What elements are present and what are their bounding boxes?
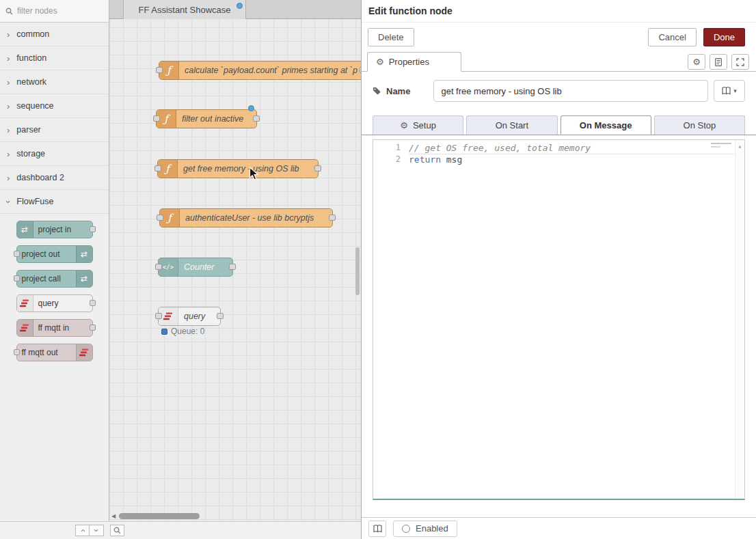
output-port: [90, 226, 96, 232]
tab-on-stop[interactable]: On Stop: [654, 115, 745, 135]
tray-title: Edit function node: [362, 0, 756, 23]
chevron-right-icon: ›: [7, 78, 10, 87]
input-port[interactable]: [154, 165, 161, 171]
chevron-right-icon: ›: [7, 30, 10, 39]
search-icon: [113, 527, 121, 534]
tab-on-start[interactable]: On Start: [466, 115, 557, 135]
enabled-toggle[interactable]: Enabled: [393, 521, 457, 537]
mqtt-out-icon: [76, 344, 92, 361]
tray-footer: Enabled: [362, 517, 756, 539]
chevron-down-icon: ›: [4, 200, 13, 203]
flow-node-get-free-memory[interactable]: ƒ get free memory - using OS lib: [157, 159, 319, 178]
flow-canvas[interactable]: FF Assistant Showcase ƒ calculate `paylo…: [109, 0, 361, 521]
project-in-icon: ⇄: [17, 221, 33, 238]
book-icon: [373, 525, 382, 533]
code-line: return msg: [409, 154, 744, 165]
caret-down-icon: ▾: [733, 87, 737, 94]
document-icon: [715, 58, 722, 66]
palette-sidebar: ›common ›function ›network ›sequence ›pa…: [0, 0, 109, 521]
sidebar-item-function[interactable]: ›function: [0, 46, 109, 70]
chevron-right-icon: ›: [7, 102, 10, 111]
delete-button[interactable]: Delete: [368, 28, 414, 46]
workspace-tab[interactable]: FF Assistant Showcase: [123, 0, 246, 19]
tray-toolbar: Delete Cancel Done: [362, 23, 756, 52]
output-port[interactable]: [253, 115, 260, 122]
palette-node-ff-mqtt-out[interactable]: ff mqtt out: [16, 344, 93, 361]
tab-on-message[interactable]: On Message: [561, 115, 651, 135]
flow-node-counter[interactable]: </> Counter: [158, 258, 233, 277]
sidebar-item-dashboard-2[interactable]: ›dashboard 2: [0, 166, 109, 190]
workspace-footer: › ›: [0, 521, 361, 539]
tag-icon: [373, 87, 381, 95]
search-icon: [5, 8, 13, 15]
input-port: [14, 349, 20, 355]
done-button[interactable]: Done: [703, 28, 745, 46]
input-port[interactable]: [156, 67, 163, 73]
status-dot-icon: [161, 329, 167, 335]
output-port: [90, 300, 96, 306]
palette-search[interactable]: [0, 0, 109, 23]
expand-editor-button[interactable]: [731, 54, 749, 70]
input-port[interactable]: [153, 115, 160, 122]
palette-expand-all-button[interactable]: ›: [90, 525, 104, 536]
editor-scrollbar[interactable]: ▴: [735, 140, 744, 499]
palette-node-project-out[interactable]: ⇄ project out: [16, 245, 93, 263]
cancel-button[interactable]: Cancel: [648, 28, 696, 46]
unsaved-changes-indicator: [237, 3, 243, 9]
palette-search-input[interactable]: [17, 6, 99, 16]
input-port[interactable]: [155, 313, 162, 319]
sidebar-item-flowfuse[interactable]: ›FlowFuse: [0, 190, 109, 214]
flow-node-filter-out-inactive[interactable]: ƒ filter out inactive: [156, 109, 257, 128]
sidebar-item-network[interactable]: ›network: [0, 70, 109, 94]
flow-node-authenticate-user[interactable]: ƒ authenticateUser - use lib bcryptjs: [159, 208, 333, 227]
workspace-tabbar: FF Assistant Showcase: [109, 0, 361, 19]
code-editor[interactable]: 1 2 // get OS free, used, total memory r…: [373, 139, 745, 500]
canvas-horizontal-scrollbar[interactable]: [119, 513, 200, 519]
sidebar-item-storage[interactable]: ›storage: [0, 142, 109, 166]
current-line-highlight: [409, 154, 734, 154]
palette-node-project-call[interactable]: ⇄ project call: [16, 270, 93, 288]
output-port[interactable]: [229, 264, 236, 270]
input-port[interactable]: [157, 215, 163, 221]
scroll-up-icon[interactable]: ▴: [738, 143, 742, 150]
gear-icon: ⚙: [376, 57, 384, 66]
input-port: [14, 251, 20, 257]
palette-collapse-all-button[interactable]: ›: [75, 525, 90, 536]
sidebar-item-sequence[interactable]: ›sequence: [0, 94, 109, 118]
code-content[interactable]: // get OS free, used, total memory retur…: [409, 140, 744, 499]
book-icon: [722, 87, 731, 95]
node-changed-indicator: [248, 105, 254, 111]
node-description-button[interactable]: [710, 54, 727, 70]
canvas-vertical-scrollbar[interactable]: [355, 247, 360, 295]
output-port[interactable]: [314, 165, 321, 171]
node-status: Queue: 0: [161, 327, 204, 336]
label-options-button[interactable]: ▾: [714, 80, 745, 102]
sidebar-item-common[interactable]: ›common: [0, 23, 109, 46]
editor-minimap: [711, 143, 731, 150]
palette-node-project-in[interactable]: ⇄ project in: [16, 221, 93, 238]
input-port[interactable]: [155, 264, 162, 270]
code-line: // get OS free, used, total memory: [409, 142, 744, 154]
output-port[interactable]: [217, 313, 224, 319]
flow-node-query[interactable]: query: [158, 307, 221, 326]
palette-flowfuse-nodes: ⇄ project in ⇄ project out ⇄ project cal…: [0, 214, 109, 374]
palette-node-query[interactable]: query: [16, 294, 93, 312]
palette-node-ff-mqtt-in[interactable]: ff mqtt in: [16, 319, 93, 337]
project-out-icon: ⇄: [76, 246, 92, 262]
editor-settings-button[interactable]: ⚙: [688, 54, 705, 70]
flow-node-calculate-primes[interactable]: ƒ calculate `payload.count` primes start…: [159, 61, 361, 80]
node-help-button[interactable]: [368, 521, 386, 537]
tab-setup[interactable]: ⚙ Setup: [373, 115, 463, 135]
zoom-search-button[interactable]: [110, 525, 124, 536]
output-port: [90, 324, 96, 331]
sidebar-item-parser[interactable]: ›parser: [0, 118, 109, 142]
mqtt-in-icon: [17, 320, 33, 336]
query-icon: [17, 295, 33, 312]
chevron-up-icon: ›: [78, 529, 87, 531]
expand-icon: [736, 58, 744, 66]
scroll-left-icon[interactable]: ◀: [111, 513, 116, 519]
tab-properties[interactable]: ⚙ Properties: [367, 52, 461, 72]
name-row: Name ▾: [362, 72, 756, 109]
node-name-input[interactable]: [433, 80, 708, 102]
output-port[interactable]: [329, 215, 336, 221]
